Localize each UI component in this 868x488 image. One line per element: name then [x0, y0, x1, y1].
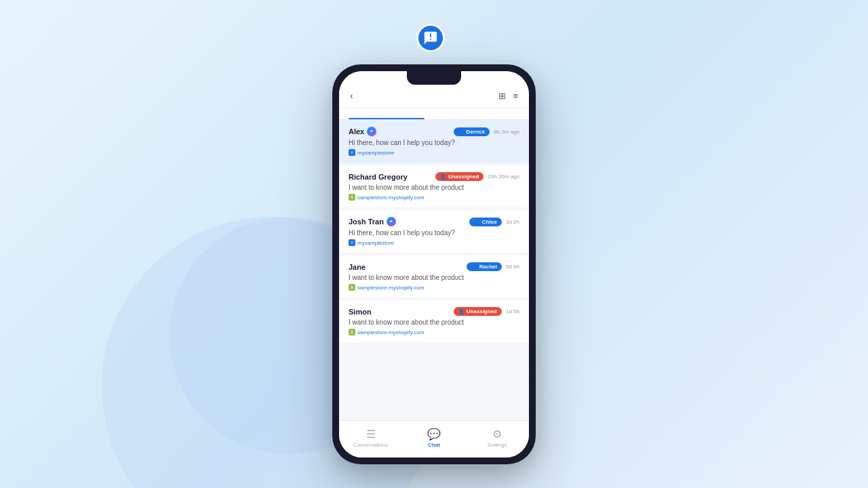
conv-source: S samplestore.myshopify.com: [349, 194, 519, 201]
chat-bubble-icon: [423, 30, 438, 45]
source-label: mysamplestore: [357, 150, 394, 156]
conv-row-top: Alex ✦ 👤 Derrick 8h 2m ago: [349, 127, 519, 136]
assignee-icon: 👤: [474, 219, 480, 224]
assignee-badge: 👤 Unassigned: [454, 307, 502, 316]
header-left: ‹: [350, 90, 357, 101]
shopify-icon: S: [349, 194, 355, 201]
conv-row-top: Richard Gregory 👤 Unassigned 19h 20m ago: [349, 172, 519, 181]
tab-closed[interactable]: [434, 108, 529, 119]
conv-name: Richard Gregory: [349, 173, 408, 181]
conv-name-group: Jane: [349, 263, 366, 271]
shopify-icon: S: [349, 329, 355, 336]
conv-source: S samplestore.myshopify.com: [349, 284, 519, 291]
messenger-icon: ✦: [367, 127, 376, 136]
conv-name: Jane: [349, 263, 366, 271]
back-arrow-icon[interactable]: ‹: [350, 90, 353, 101]
conv-message: I want to know more about the product: [349, 274, 519, 281]
conv-message: I want to know more about the product: [349, 184, 519, 191]
conv-row-top: Simon 👤 Unassigned 1d 5h: [349, 307, 519, 316]
conversation-item[interactable]: Josh Tran ✦ 👤 Chloe 3d 2h Hi there, how …: [339, 210, 529, 253]
source-label: samplestore.myshopify.com: [357, 195, 425, 201]
conversation-item[interactable]: Jane 👤 Rachel 5d 8h I want to know more …: [339, 256, 529, 298]
conv-name-group: Simon: [349, 308, 372, 316]
nav-item-settings[interactable]: ⚙ Settings: [466, 425, 529, 451]
phone-screen: ‹ ⊞ ≡ Alex ✦ 👤: [339, 71, 529, 458]
conversation-item[interactable]: Alex ✦ 👤 Derrick 8h 2m ago Hi there, how…: [339, 120, 529, 163]
nav-item-conversations[interactable]: ☰ Conversations: [339, 425, 402, 451]
source-label: samplestore.myshopify.com: [357, 329, 425, 336]
header-icons: ⊞ ≡: [498, 91, 518, 101]
conv-right: 👤 Rachel 5d 8h: [467, 262, 519, 271]
conv-right: 👤 Chloe 3d 2h: [469, 218, 519, 226]
conv-time: 5d 8h: [506, 264, 519, 270]
assignee-badge: 👤 Rachel: [467, 262, 502, 271]
conv-source: S samplestore.myshopify.com: [349, 329, 519, 336]
conv-source: f mysamplestore: [349, 239, 519, 246]
source-label: mysamplestore: [357, 240, 394, 246]
conversation-list: Alex ✦ 👤 Derrick 8h 2m ago Hi there, how…: [339, 120, 529, 420]
conv-time: 3d 2h: [506, 219, 519, 225]
conv-message: Hi there, how can I help you today?: [349, 139, 519, 146]
settings-nav-label: Settings: [488, 442, 507, 448]
facebook-icon: f: [349, 149, 355, 156]
conv-message: Hi there, how can I help you today?: [349, 229, 519, 237]
assignee-badge: 👤 Chloe: [469, 218, 502, 226]
tab-open[interactable]: [339, 108, 434, 119]
conversations-nav-icon: ☰: [366, 428, 376, 441]
conv-time: 8h 2m ago: [494, 129, 519, 135]
nav-item-chat[interactable]: 💬 Chat: [402, 425, 465, 451]
menu-icon[interactable]: ≡: [513, 91, 518, 101]
conv-name-group: Alex ✦: [349, 127, 376, 136]
source-label: samplestore.myshopify.com: [357, 285, 425, 291]
conv-time: 1d 5h: [506, 308, 519, 314]
conv-source: f mysamplestore: [349, 149, 519, 156]
conv-right: 👤 Unassigned 19h 20m ago: [435, 172, 519, 181]
branding: [416, 24, 452, 52]
chat-nav-icon: 💬: [427, 428, 441, 441]
facebook-icon: f: [349, 239, 355, 246]
conv-row-top: Josh Tran ✦ 👤 Chloe 3d 2h: [349, 217, 519, 226]
shopify-icon: S: [349, 284, 355, 291]
brand-logo-icon: [416, 24, 445, 52]
assignee-icon: 👤: [471, 264, 477, 270]
conversation-item[interactable]: Richard Gregory 👤 Unassigned 19h 20m ago…: [339, 165, 529, 207]
bottom-nav: ☰ Conversations 💬 Chat ⚙ Settings: [339, 420, 529, 458]
conv-message: I want to know more about the product: [349, 319, 519, 326]
conv-right: 👤 Unassigned 1d 5h: [454, 307, 519, 316]
conversations-nav-label: Conversations: [353, 442, 388, 448]
assignee-icon: 👤: [440, 174, 446, 180]
tabs-container: [339, 108, 529, 120]
filter-icon[interactable]: ⊞: [498, 91, 506, 101]
conv-name: Alex: [349, 127, 364, 136]
conversation-item[interactable]: Simon 👤 Unassigned 1d 5h I want to know …: [339, 300, 529, 342]
chat-nav-label: Chat: [428, 442, 440, 448]
conv-name: Simon: [349, 308, 372, 316]
settings-nav-icon: ⚙: [492, 428, 502, 441]
conv-row-top: Jane 👤 Rachel 5d 8h: [349, 262, 519, 271]
assignee-badge: 👤 Derrick: [454, 127, 490, 136]
phone-notch: [407, 71, 461, 85]
conv-name: Josh Tran: [349, 218, 384, 226]
conv-time: 19h 20m ago: [488, 174, 519, 180]
conv-right: 👤 Derrick 8h 2m ago: [454, 127, 519, 136]
assignee-icon: 👤: [458, 129, 465, 134]
assignee-icon: 👤: [458, 309, 465, 314]
phone-frame: ‹ ⊞ ≡ Alex ✦ 👤: [332, 64, 536, 464]
conv-name-group: Josh Tran ✦: [349, 217, 396, 226]
assignee-badge: 👤 Unassigned: [435, 172, 484, 181]
conv-name-group: Richard Gregory: [349, 173, 408, 181]
messenger-icon: ✦: [387, 217, 396, 226]
